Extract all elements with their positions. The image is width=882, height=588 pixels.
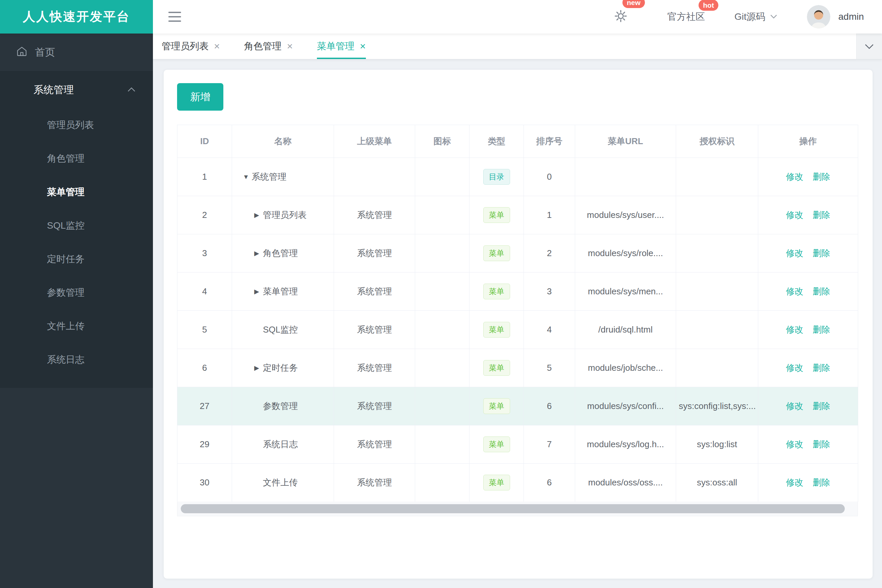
delete-link[interactable]: 删除 [813, 210, 830, 220]
cell-type: 菜单 [469, 273, 524, 311]
cell-order: 2 [524, 234, 575, 273]
edit-link[interactable]: 修改 [786, 324, 804, 334]
sidebar-submenu: 管理员列表角色管理菜单管理SQL监控定时任务参数管理文件上传系统日志 [0, 108, 153, 376]
cell-icon [415, 425, 469, 464]
close-tab-icon[interactable]: × [214, 41, 220, 51]
delete-link[interactable]: 删除 [813, 363, 830, 373]
cell-menu-url: modules/job/sche... [575, 349, 676, 387]
column-header: 上级菜单 [334, 125, 415, 158]
delete-link[interactable]: 删除 [813, 401, 830, 411]
name-cell-content: ▶管理员列表 [235, 209, 331, 221]
table-row: 2▶管理员列表系统管理菜单1modules/sys/user....修改删除 [177, 196, 858, 234]
horizontal-scrollbar-thumb[interactable] [181, 504, 845, 513]
edit-link[interactable]: 修改 [786, 172, 804, 182]
edit-link[interactable]: 修改 [786, 248, 804, 258]
name-cell-content: 系统日志 [235, 438, 331, 450]
cell-parent-menu: 系统管理 [334, 349, 415, 387]
sidebar-item[interactable]: 定时任务 [0, 242, 153, 276]
tab-item[interactable]: 菜单管理× [317, 33, 366, 59]
cell-permission [676, 234, 758, 273]
cell-operations: 修改删除 [758, 158, 858, 196]
table-row: 3▶角色管理系统管理菜单2modules/sys/role....修改删除 [177, 234, 858, 273]
sidebar-item[interactable]: 文件上传 [0, 309, 153, 343]
menu-name-label: 系统管理 [251, 171, 286, 183]
cell-menu-url: modules/oss/oss.... [575, 464, 676, 502]
sidebar-item[interactable]: 管理员列表 [0, 108, 153, 142]
cell-icon [415, 158, 469, 196]
cell-menu-url [575, 158, 676, 196]
expand-arrow-icon[interactable]: ▶ [254, 288, 263, 295]
username-label[interactable]: admin [838, 11, 864, 22]
edit-link[interactable]: 修改 [786, 363, 804, 373]
cell-type: 菜单 [469, 311, 524, 349]
cell-parent-menu: 系统管理 [334, 387, 415, 425]
sidebar: 首页 系统管理 管理员列表角色管理菜单管理SQL监控定时任务参数管理文件上传系统… [0, 33, 153, 588]
sidebar-item[interactable]: SQL监控 [0, 209, 153, 242]
cell-type: 目录 [469, 158, 524, 196]
column-header: 操作 [758, 125, 858, 158]
cell-id: 4 [177, 273, 232, 311]
close-tab-icon[interactable]: × [360, 41, 366, 51]
horizontal-scrollbar-track [177, 501, 858, 516]
close-tab-icon[interactable]: × [287, 41, 293, 51]
cell-operations: 修改删除 [758, 349, 858, 387]
edit-link[interactable]: 修改 [786, 439, 804, 449]
gear-icon [614, 9, 628, 24]
name-cell-content: ▶定时任务 [235, 362, 331, 374]
type-tag: 菜单 [483, 207, 510, 223]
tab-label: 管理员列表 [162, 40, 209, 52]
sidebar-group-title[interactable]: 系统管理 [0, 72, 153, 108]
delete-link[interactable]: 删除 [813, 248, 830, 258]
delete-link[interactable]: 删除 [813, 324, 830, 334]
name-cell-content: ▼系统管理 [235, 171, 331, 183]
app-logo: 人人快速开发平台 [0, 0, 153, 33]
sidebar-item[interactable]: 角色管理 [0, 142, 153, 176]
header-right-group: new 官方社区 hot Git源码 admin [614, 5, 882, 28]
cell-permission [676, 196, 758, 234]
avatar[interactable] [807, 5, 830, 28]
cell-name: ▶角色管理 [232, 234, 334, 273]
edit-link[interactable]: 修改 [786, 210, 804, 220]
delete-link[interactable]: 删除 [813, 439, 830, 449]
cell-permission [676, 273, 758, 311]
expand-arrow-icon[interactable]: ▶ [254, 250, 263, 256]
table-row: 30文件上传系统管理菜单6modules/oss/oss....sys:oss:… [177, 464, 858, 502]
cell-type: 菜单 [469, 234, 524, 273]
table-row: 29系统日志系统管理菜单7modules/sys/log.h...sys:log… [177, 425, 858, 464]
sidebar-item[interactable]: 菜单管理 [0, 176, 153, 209]
new-badge: new [622, 0, 645, 8]
edit-link[interactable]: 修改 [786, 477, 804, 488]
hamburger-menu-icon[interactable] [168, 12, 181, 22]
cell-operations: 修改删除 [758, 196, 858, 234]
hot-badge: hot [699, 0, 718, 11]
cell-type: 菜单 [469, 196, 524, 234]
collapse-arrow-icon[interactable]: ▼ [243, 174, 251, 180]
settings-button[interactable]: new [614, 9, 628, 24]
cell-permission: sys:oss:all [676, 464, 758, 502]
edit-link[interactable]: 修改 [786, 286, 804, 296]
community-link[interactable]: 官方社区 hot [667, 10, 705, 23]
sidebar-item-home[interactable]: 首页 [0, 33, 153, 71]
delete-link[interactable]: 删除 [813, 172, 830, 182]
menu-name-label: 角色管理 [263, 248, 298, 259]
cell-name: ▶管理员列表 [232, 196, 334, 234]
git-source-dropdown[interactable]: Git源码 [735, 10, 776, 23]
delete-link[interactable]: 删除 [813, 477, 830, 488]
expand-arrow-icon[interactable]: ▶ [254, 365, 263, 371]
sidebar-item[interactable]: 参数管理 [0, 276, 153, 309]
tab-bar-tabs: 管理员列表×角色管理×菜单管理× [153, 33, 390, 59]
add-button[interactable]: 新增 [177, 83, 223, 111]
cell-parent-menu: 系统管理 [334, 311, 415, 349]
menu-name-label: SQL监控 [263, 324, 298, 336]
tab-item[interactable]: 角色管理× [244, 33, 293, 59]
column-header: 名称 [232, 125, 334, 158]
cell-id: 5 [177, 311, 232, 349]
sidebar-item[interactable]: 系统日志 [0, 343, 153, 376]
tab-list-dropdown-button[interactable] [856, 33, 882, 59]
cell-parent-menu: 系统管理 [334, 234, 415, 273]
delete-link[interactable]: 删除 [813, 286, 830, 296]
expand-arrow-icon[interactable]: ▶ [254, 212, 263, 218]
edit-link[interactable]: 修改 [786, 401, 804, 411]
table-row: 5SQL监控系统管理菜单4/druid/sql.html修改删除 [177, 311, 858, 349]
tab-item[interactable]: 管理员列表× [162, 33, 220, 59]
